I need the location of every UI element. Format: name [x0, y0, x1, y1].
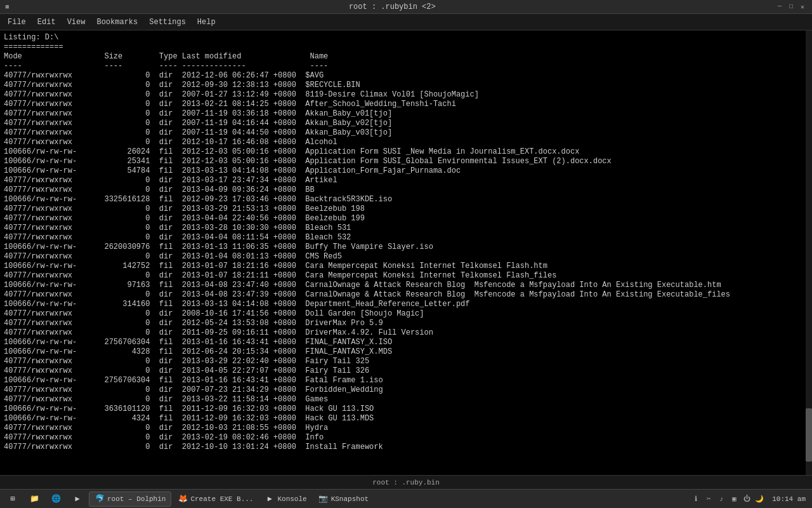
terminal-line: 40777/rwxrwxrwx 0 dir 2013-04-04 08:11:5… — [4, 233, 808, 243]
terminal-line: 40777/rwxrwxrwx 0 dir 2011-09-25 09:16:1… — [4, 328, 808, 338]
terminal-line: 40777/rwxrwxrwx 0 dir 2012-09-30 12:38:1… — [4, 81, 808, 90]
titlebar-controls: ─ □ ✕ — [775, 3, 807, 11]
tray-moon-icon[interactable]: 🌙 — [754, 494, 764, 504]
tray-info-icon[interactable]: ℹ — [691, 494, 701, 504]
terminal-line: ============= — [4, 43, 808, 52]
terminal-line: 40777/rwxrwxrwx 0 dir 2013-02-21 08:14:2… — [4, 100, 808, 109]
terminal-line: 100666/rw-rw-rw- 142752 fil 2013-01-07 1… — [4, 262, 808, 271]
statusbar: root : .ruby.bin — [0, 475, 812, 489]
ksnapshot-icon: 📷 — [318, 494, 329, 504]
terminal-line: ---- ---- ---- -------------- ---- — [4, 62, 808, 71]
terminal-line: 40777/rwxrwxrwx 0 dir 2013-04-09 09:36:2… — [4, 185, 808, 195]
terminal-line: 40777/rwxrwxrwx 0 dir 2013-04-05 22:27:0… — [4, 366, 808, 376]
terminal-line: 40777/rwxrwxrwx 0 dir 2013-01-07 18:21:1… — [4, 271, 808, 281]
terminal-line: 40777/rwxrwxrwx 0 dir 2013-01-04 08:01:1… — [4, 252, 808, 262]
taskbar-time: 10:14 am — [768, 495, 809, 503]
menu-file[interactable]: File — [3, 17, 31, 28]
terminal-line: 40777/rwxrwxrwx 0 dir 2012-10-17 16:46:0… — [4, 138, 808, 147]
taskbar: ⊞ 📁 🌐 ▶ 🐬 root – Dolphin 🦊 Create EXE B.… — [0, 489, 812, 508]
menu-settings[interactable]: Settings — [144, 17, 191, 28]
terminal-line: 40777/rwxrwxrwx 0 dir 2013-03-17 23:47:3… — [4, 176, 808, 185]
terminal-line: 40777/rwxrwxrwx 0 dir 2007-07-23 21:34:2… — [4, 385, 808, 395]
terminal-line: 40777/rwxrwxrwx 0 dir 2013-03-28 10:30:3… — [4, 224, 808, 233]
terminal-line: 40777/rwxrwxrwx 0 dir 2013-02-19 08:02:4… — [4, 433, 808, 443]
terminal-line: 100666/rw-rw-rw- 3636101120 fil 2011-12-… — [4, 404, 808, 414]
ksnapshot-label: KSnapshot — [331, 495, 369, 503]
terminal-line: 100666/rw-rw-rw- 26024 fil 2012-12-03 05… — [4, 147, 808, 157]
menu-view[interactable]: View — [62, 17, 91, 28]
terminal-line: 100666/rw-rw-rw- 2756706304 fil 2013-01-… — [4, 338, 808, 347]
menu-edit[interactable]: Edit — [32, 17, 61, 28]
createexe-label: Create EXE B... — [190, 495, 253, 503]
terminal-line: 40777/rwxrwxrwx 0 dir 2013-03-29 21:53:1… — [4, 204, 808, 214]
terminal-line: 100666/rw-rw-rw- 4324 fil 2011-12-09 16:… — [4, 414, 808, 424]
titlebar-left: ■ — [5, 3, 10, 11]
terminal-line: 100666/rw-rw-rw- 97163 fil 2013-04-08 23… — [4, 281, 808, 290]
terminal-line: Listing: D:\ — [4, 33, 808, 43]
start-icon: ⊞ — [8, 494, 18, 504]
statusbar-text: root : .ruby.bin — [5, 479, 807, 486]
filemgr-icon: 📁 — [29, 494, 39, 504]
systray: ℹ ✂ ♪ ▣ ⏻ 🌙 — [688, 494, 767, 504]
terminal[interactable]: Listing: D:\=============Mode Size Type … — [0, 30, 812, 475]
terminal-line: 100666/rw-rw-rw- 314160 fil 2013-03-13 0… — [4, 300, 808, 309]
scrollbar-thumb[interactable] — [806, 408, 812, 462]
menu-help[interactable]: Help — [192, 17, 221, 28]
konsole-label: Konsole — [277, 495, 306, 503]
konsole-icon: ▶ — [265, 494, 275, 504]
scrollbar[interactable] — [806, 30, 812, 475]
terminal-line: 40777/rwxrwxrwx 0 dir 2012-05-24 13:53:0… — [4, 319, 808, 328]
taskbar-ksnapshot[interactable]: 📷 KSnapshot — [313, 491, 374, 507]
tray-power-icon[interactable]: ⏻ — [742, 494, 752, 504]
taskbar-createexe[interactable]: 🦊 Create EXE B... — [173, 491, 258, 507]
createexe-icon: 🦊 — [178, 494, 188, 504]
taskbar-start[interactable]: ⊞ — [3, 491, 23, 507]
terminal-line: 40777/rwxrwxrwx 0 dir 2007-11-19 04:44:5… — [4, 128, 808, 138]
menu-bookmarks[interactable]: Bookmarks — [91, 17, 143, 28]
terminal-line: 40777/rwxrwxrwx 0 dir 2012-10-10 13:01:2… — [4, 443, 808, 452]
minimize-button[interactable]: ─ — [775, 3, 784, 11]
terminal-line: 100666/rw-rw-rw- 2620030976 fil 2013-01-… — [4, 243, 808, 252]
terminal-line: 40777/rwxrwxrwx 0 dir 2007-01-27 13:12:4… — [4, 90, 808, 100]
terminal-line: 100666/rw-rw-rw- 54784 fil 2013-03-13 04… — [4, 166, 808, 176]
titlebar: ■ root : .rubybin <2> ─ □ ✕ — [0, 0, 812, 14]
terminal-line: 100666/rw-rw-rw- 2756706304 fil 2013-01-… — [4, 376, 808, 385]
taskbar-browser[interactable]: 🌐 — [46, 491, 66, 507]
dolphin-label: root – Dolphin — [107, 495, 166, 503]
terminal-line: 100666/rw-rw-rw- 3325616128 fil 2012-09-… — [4, 195, 808, 204]
terminal-line: 40777/rwxrwxrwx 0 dir 2013-03-22 11:58:1… — [4, 395, 808, 404]
terminal-line: 40777/rwxrwxrwx 0 dir 2007-11-19 04:16:4… — [4, 119, 808, 128]
dolphin-icon: 🐬 — [95, 494, 105, 504]
terminal-line: 40777/rwxrwxrwx 0 dir 2013-04-08 23:47:3… — [4, 290, 808, 300]
app-icon: ■ — [5, 3, 10, 11]
terminal-line: 100666/rw-rw-rw- 4328 fil 2012-06-24 20:… — [4, 347, 808, 357]
terminal-line: 40777/rwxrwxrwx 0 dir 2007-11-19 03:36:1… — [4, 109, 808, 119]
browser-icon: 🌐 — [51, 494, 61, 504]
terminal-content: Listing: D:\=============Mode Size Type … — [4, 33, 808, 452]
terminal-line: 40777/rwxrwxrwx 0 dir 2008-10-16 17:41:5… — [4, 309, 808, 319]
taskbar-dolphin[interactable]: 🐬 root – Dolphin — [89, 491, 171, 507]
tray-scissors-icon[interactable]: ✂ — [704, 494, 714, 504]
tray-display-icon[interactable]: ▣ — [729, 494, 739, 504]
taskbar-filemgr[interactable]: 📁 — [24, 491, 44, 507]
terminal-line: Mode Size Type Last modified Name — [4, 52, 808, 62]
terminal-line: 100666/rw-rw-rw- 25341 fil 2012-12-03 05… — [4, 157, 808, 166]
titlebar-title: root : .rubybin <2> — [10, 3, 775, 11]
menubar: File Edit View Bookmarks Settings Help — [0, 14, 812, 30]
terminal-line: 40777/rwxrwxrwx 0 dir 2013-04-04 22:40:5… — [4, 214, 808, 224]
terminal-line: 40777/rwxrwxrwx 0 dir 2012-12-06 06:26:4… — [4, 71, 808, 81]
taskbar-terminal[interactable]: ▶ — [67, 491, 88, 507]
terminal-line: 40777/rwxrwxrwx 0 dir 2013-03-29 22:02:4… — [4, 357, 808, 366]
close-button[interactable]: ✕ — [798, 3, 807, 11]
taskbar-konsole[interactable]: ▶ Konsole — [259, 491, 311, 507]
terminal-line: 40777/rwxrwxrwx 0 dir 2012-10-03 21:08:5… — [4, 424, 808, 433]
tray-volume-icon[interactable]: ♪ — [716, 494, 726, 504]
terminal-icon: ▶ — [72, 494, 82, 504]
maximize-button[interactable]: □ — [787, 3, 796, 11]
